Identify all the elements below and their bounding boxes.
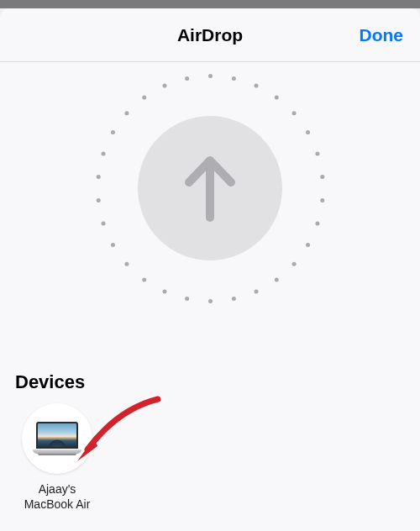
- done-button[interactable]: Done: [360, 8, 404, 62]
- device-label-line2: MacBook Air: [24, 497, 91, 511]
- arrow-up-icon: [181, 152, 239, 224]
- airdrop-sheet: AirDrop Done Devices: [0, 8, 420, 531]
- radar-dot: [142, 95, 146, 99]
- device-item-macbook[interactable]: Ajaay's MacBook Air: [15, 403, 99, 512]
- radar-dot: [231, 76, 235, 80]
- radar-dot: [315, 221, 319, 225]
- radar-dot: [231, 297, 235, 301]
- device-label-line1: Ajaay's: [39, 482, 76, 496]
- radar-dot: [124, 261, 129, 266]
- radar-dot: [306, 243, 310, 247]
- radar-dot: [208, 74, 213, 78]
- sheet-header: AirDrop Done: [0, 8, 420, 62]
- device-list: Ajaay's MacBook Air: [15, 403, 405, 512]
- radar-dot: [162, 83, 166, 87]
- radar-dot: [124, 111, 129, 115]
- devices-section: Devices Ajaay's MacBook Air: [0, 371, 420, 512]
- radar-dot: [96, 174, 100, 178]
- radar-dot: [162, 289, 166, 293]
- radar-dot: [110, 243, 114, 247]
- radar-dot: [274, 277, 278, 281]
- radar-dot: [142, 277, 146, 281]
- radar-dot: [306, 130, 310, 134]
- radar-dot: [291, 111, 296, 115]
- radar-dot: [208, 299, 213, 303]
- background-dim: [0, 0, 420, 8]
- radar-dot: [101, 221, 105, 225]
- radar-dot: [291, 261, 296, 266]
- radar-dot: [254, 83, 258, 87]
- radar-dot: [320, 198, 324, 202]
- radar-dot: [185, 297, 189, 301]
- radar-dot: [96, 198, 100, 202]
- radar-dot: [315, 151, 319, 155]
- devices-heading: Devices: [15, 371, 405, 393]
- sheet-content: Devices Ajaay's MacBook Air: [0, 62, 420, 531]
- radar-core: [138, 116, 282, 260]
- radar-dot: [254, 289, 258, 293]
- airdrop-radar: [84, 62, 336, 314]
- sheet-title: AirDrop: [177, 25, 243, 45]
- radar-dot: [320, 174, 324, 178]
- radar-dot: [110, 130, 114, 134]
- macbook-icon: [33, 422, 81, 455]
- radar-dot: [185, 76, 189, 80]
- radar-dot: [101, 151, 105, 155]
- device-avatar: [22, 403, 92, 474]
- device-label: Ajaay's MacBook Air: [24, 482, 91, 512]
- radar-dot: [274, 95, 278, 99]
